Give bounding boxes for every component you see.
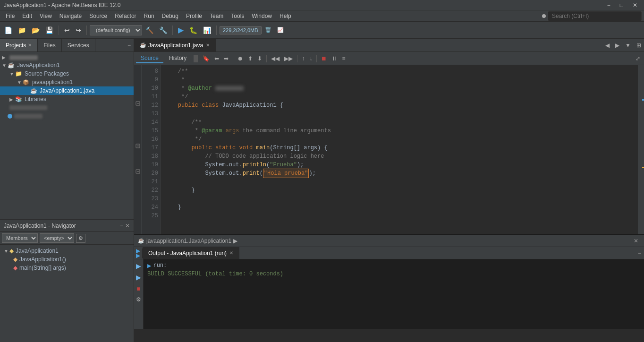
redo-button[interactable]: ↪ bbox=[73, 25, 84, 35]
maximize-button[interactable]: □ bbox=[617, 1, 626, 9]
menu-file[interactable]: File bbox=[2, 12, 18, 20]
expand-editor-btn[interactable]: ⤢ bbox=[634, 54, 642, 63]
tree-item-blurred-1[interactable]: ▶ bbox=[0, 54, 134, 61]
next-error-button[interactable]: ⬇ bbox=[255, 54, 264, 63]
output-side-buttons: ▶ ▶ ■ ⚙ bbox=[134, 259, 144, 329]
close-button[interactable]: ✕ bbox=[630, 1, 640, 9]
code-line-16: */ bbox=[164, 135, 634, 144]
output-run-btn-1[interactable]: ▶ bbox=[135, 261, 142, 271]
history-tab[interactable]: History bbox=[164, 54, 191, 63]
prev-occurrence-button[interactable]: ◀◀ bbox=[269, 54, 281, 63]
nav-method-label: main(String[] args) bbox=[19, 265, 66, 271]
nav-item-class[interactable]: ▼ ◆ JavaApplication1 bbox=[0, 247, 134, 255]
nav-settings-button[interactable]: ⚙ bbox=[76, 234, 85, 243]
gc-button[interactable]: 🗑️ bbox=[263, 26, 274, 34]
close-output-tab[interactable]: ✕ bbox=[229, 250, 233, 256]
menu-window[interactable]: Window bbox=[248, 12, 276, 20]
open-button[interactable]: 📂 bbox=[29, 25, 42, 35]
output-run-btn-2[interactable]: ▶ bbox=[135, 273, 142, 282]
clean-build-button[interactable]: 🔧 bbox=[157, 25, 169, 35]
tab-services[interactable]: Services bbox=[62, 39, 95, 51]
debug-button[interactable]: 🐛 bbox=[187, 25, 200, 35]
close-projects-tab[interactable]: ✕ bbox=[28, 43, 32, 48]
tree-item-blurred-3[interactable] bbox=[0, 104, 134, 111]
code-editor: 8 9 10 11 12 13 14 15 16 17 18 19 20 21 … bbox=[134, 65, 644, 234]
code-line-9: * bbox=[164, 76, 634, 84]
new-project-button[interactable]: 📄 bbox=[2, 25, 15, 35]
output-line-success: BUILD SUCCESSFUL (total time: 0 seconds) bbox=[147, 270, 640, 278]
tree-item-java-file[interactable]: ☕ JavaApplication1.java bbox=[0, 86, 134, 95]
status-indicator bbox=[542, 14, 546, 18]
run-button[interactable]: ▶ bbox=[176, 24, 186, 36]
next-bookmark-button[interactable]: ➡ bbox=[222, 54, 230, 63]
empty-select[interactable]: <empty> bbox=[40, 233, 74, 243]
collapse-btn-17[interactable] bbox=[134, 167, 142, 176]
toggle-breakpoint-button[interactable]: ⏺ bbox=[236, 54, 245, 63]
tab-scroll-left[interactable]: ◀ bbox=[602, 40, 612, 51]
new-file-button[interactable]: 📁 bbox=[16, 25, 28, 35]
tab-scroll-right[interactable]: ▶ bbox=[612, 40, 622, 51]
close-breadcrumb[interactable]: ✕ bbox=[630, 237, 642, 245]
output-tab-run[interactable]: Output - JavaApplication1 (run) ✕ bbox=[143, 247, 239, 259]
tree-item-source-packages[interactable]: ▼ 📁 Source Packages bbox=[0, 69, 134, 78]
prev-change-button[interactable]: ↑ bbox=[300, 54, 306, 63]
menu-refactor[interactable]: Refactor bbox=[111, 12, 140, 20]
menu-tools[interactable]: Tools bbox=[227, 12, 248, 20]
output-settings-btn[interactable]: ⚙ bbox=[135, 295, 142, 304]
next-occurrence-button[interactable]: ▶▶ bbox=[282, 54, 295, 63]
tree-item-javaapplication1-pkg[interactable]: ▼ 📦 javaapplication1 bbox=[0, 78, 134, 86]
editor-tabs: ☕ JavaApplication1.java ✕ ◀ ▶ ▼ ⊞ bbox=[134, 39, 644, 52]
build-project-button[interactable]: 🔨 bbox=[143, 25, 156, 35]
output-stop-btn[interactable]: ■ bbox=[135, 284, 142, 293]
prev-error-button[interactable]: ⬆ bbox=[246, 54, 254, 63]
menu-source[interactable]: Source bbox=[85, 12, 111, 20]
members-select[interactable]: Members bbox=[2, 233, 38, 243]
profile-button[interactable]: 📊 bbox=[201, 25, 213, 35]
menu-navigate[interactable]: Navigate bbox=[56, 12, 85, 20]
editor-tab-java[interactable]: ☕ JavaApplication1.java ✕ bbox=[134, 39, 216, 51]
menu-bar: File Edit View Navigate Source Refactor … bbox=[0, 10, 644, 22]
code-line-18: // TODO code application logic here bbox=[164, 152, 634, 161]
collapse-btn-14[interactable] bbox=[134, 142, 142, 150]
expand-editor-button[interactable]: ⊞ bbox=[634, 40, 644, 51]
menu-debug[interactable]: Debug bbox=[158, 12, 182, 20]
stop-button[interactable]: ⏹ bbox=[319, 54, 329, 63]
toggle-bookmark-button[interactable]: 🔖 bbox=[201, 54, 212, 63]
tree-item-libraries[interactable]: ▶ 📚 Libraries bbox=[0, 95, 134, 103]
navigator-minimize[interactable]: − bbox=[120, 222, 123, 229]
collapse-btn-8[interactable] bbox=[134, 99, 142, 108]
close-editor-tab[interactable]: ✕ bbox=[206, 43, 210, 48]
minimize-output[interactable]: − bbox=[635, 248, 644, 258]
nav-item-method[interactable]: ◆ main(String[] args) bbox=[0, 264, 134, 272]
code-content[interactable]: /** * * @author */ public class JavaAppl… bbox=[161, 65, 637, 234]
save-button[interactable]: 💾 bbox=[43, 25, 56, 35]
tab-projects[interactable]: Projects ✕ bbox=[0, 39, 38, 51]
nav-item-constructor[interactable]: ◆ JavaApplication1() bbox=[0, 255, 134, 264]
tree-label-source-packages: Source Packages bbox=[25, 70, 69, 77]
undo-button[interactable]: ↩ bbox=[62, 25, 72, 35]
tab-files[interactable]: Files bbox=[38, 39, 61, 51]
profiler-button[interactable]: 📈 bbox=[275, 26, 286, 34]
output-success-text: BUILD SUCCESSFUL (total time: 0 seconds) bbox=[147, 271, 283, 277]
run-arrow-icon: ▶ bbox=[147, 262, 151, 270]
menu-run[interactable]: Run bbox=[140, 12, 158, 20]
menu-view[interactable]: View bbox=[36, 12, 56, 20]
prev-bookmark-button[interactable]: ⬅ bbox=[212, 54, 221, 63]
menu-edit[interactable]: Edit bbox=[18, 12, 36, 20]
next-change-button[interactable]: ↓ bbox=[307, 54, 314, 63]
editor-toolbar: Source History 🔖 ⬅ ➡ ⏺ ⬆ ⬇ ◀◀ ▶▶ ↑ ↓ ⏹ ⏸… bbox=[134, 52, 644, 65]
pause-button[interactable]: ⏸ bbox=[330, 54, 339, 63]
continue-button[interactable]: ≡ bbox=[340, 54, 347, 63]
navigator-close[interactable]: ✕ bbox=[125, 222, 130, 229]
menu-team[interactable]: Team bbox=[206, 12, 227, 20]
menu-profile[interactable]: Profile bbox=[182, 12, 206, 20]
source-tab[interactable]: Source bbox=[136, 54, 163, 63]
menu-help[interactable]: Help bbox=[276, 12, 295, 20]
tree-item-blurred-4[interactable] bbox=[0, 113, 134, 120]
config-select[interactable]: (default config) bbox=[90, 25, 142, 35]
minimize-panel-button[interactable]: − bbox=[125, 40, 134, 51]
search-input[interactable] bbox=[548, 11, 642, 21]
tab-dropdown[interactable]: ▼ bbox=[622, 40, 634, 51]
minimize-button[interactable]: − bbox=[604, 1, 613, 9]
tree-item-blurred-2[interactable]: ▼ ☕ JavaApplication1 bbox=[0, 61, 134, 69]
